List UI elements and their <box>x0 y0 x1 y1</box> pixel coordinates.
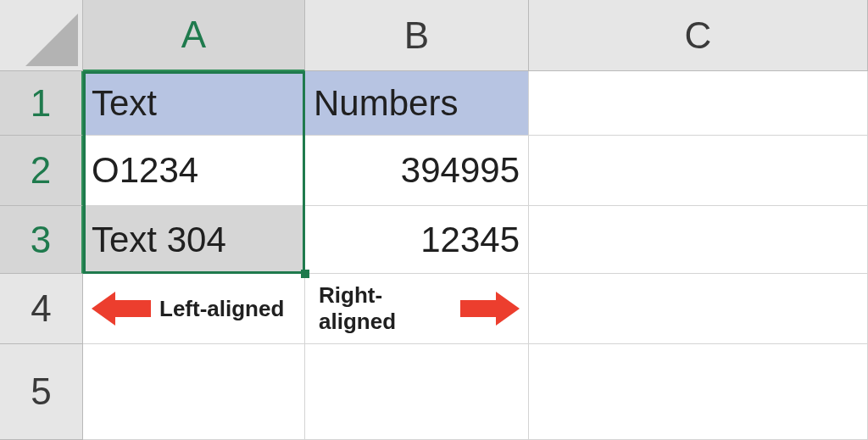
spreadsheet-grid: A B C 1 Text Numbers 2 O1234 394995 3 Te… <box>0 0 868 440</box>
cell-B3[interactable]: 12345 <box>305 206 529 274</box>
row-header-1[interactable]: 1 <box>0 71 83 136</box>
cell-A3[interactable]: Text 304 <box>83 206 305 274</box>
row-label: 3 <box>31 219 51 261</box>
cell-value: Numbers <box>314 83 458 124</box>
row-header-3[interactable]: 3 <box>0 206 83 274</box>
row-label: 1 <box>31 82 51 125</box>
annotation-left-label: Left-aligned <box>159 296 284 322</box>
cell-A4[interactable]: Left-aligned <box>83 274 305 344</box>
row-label: 4 <box>31 287 51 330</box>
cell-C5[interactable] <box>529 344 868 440</box>
cell-value: 394995 <box>401 150 520 191</box>
row-header-5[interactable]: 5 <box>0 344 83 440</box>
select-all-corner[interactable] <box>0 0 83 71</box>
row-label: 5 <box>31 370 51 413</box>
arrow-left-icon <box>92 292 151 326</box>
cell-B5[interactable] <box>305 344 529 440</box>
column-label: B <box>404 14 429 57</box>
row-header-2[interactable]: 2 <box>0 136 83 206</box>
column-label: C <box>685 14 712 57</box>
cell-C2[interactable] <box>529 136 868 206</box>
cell-B4[interactable]: Right-aligned <box>305 274 529 344</box>
annotation-right-label: Right-aligned <box>319 282 452 335</box>
column-header-B[interactable]: B <box>305 0 529 71</box>
cell-A2[interactable]: O1234 <box>83 136 305 206</box>
cell-B2[interactable]: 394995 <box>305 136 529 206</box>
cell-C4[interactable] <box>529 274 868 344</box>
arrow-right-icon <box>460 292 520 326</box>
row-header-4[interactable]: 4 <box>0 274 83 344</box>
column-header-A[interactable]: A <box>83 0 305 71</box>
cell-C3[interactable] <box>529 206 868 274</box>
column-label: A <box>181 14 206 56</box>
cell-A5[interactable] <box>83 344 305 440</box>
cell-A1[interactable]: Text <box>83 71 305 136</box>
cell-C1[interactable] <box>529 71 868 136</box>
cell-value: 12345 <box>420 220 520 260</box>
cell-value: Text 304 <box>92 220 226 260</box>
row-label: 2 <box>31 149 51 192</box>
cell-value: Text <box>92 83 157 124</box>
cell-value: O1234 <box>92 150 198 191</box>
column-header-C[interactable]: C <box>529 0 868 71</box>
cell-B1[interactable]: Numbers <box>305 71 529 136</box>
